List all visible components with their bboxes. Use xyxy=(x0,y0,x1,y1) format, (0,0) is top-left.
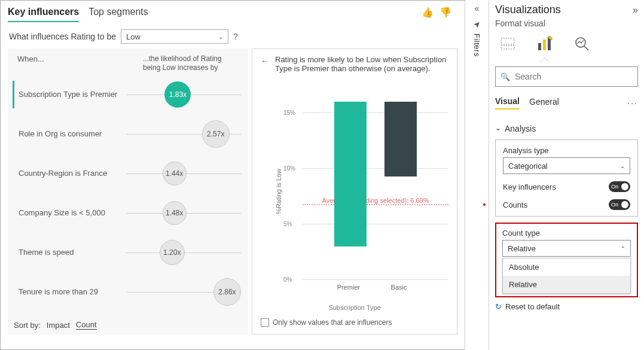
svg-line-6 xyxy=(584,46,588,50)
pane-title: Visualizations xyxy=(495,4,561,16)
count-type-highlight: Count type Relative ⌄ Absolute Relative xyxy=(495,223,638,297)
visual-canvas: Key influencers Top segments 👍 👎 What in… xyxy=(0,0,465,350)
influencers-list: When... ...the likelihood of Rating bein… xyxy=(8,48,248,334)
svg-rect-0 xyxy=(501,45,514,49)
search-input[interactable] xyxy=(514,71,633,82)
y-tick: 0% xyxy=(283,276,292,283)
influence-bubble: 1.83x xyxy=(164,81,191,108)
key-influencers-toggle-label: Key influencers xyxy=(503,182,556,191)
x-tick: Basic xyxy=(381,284,417,291)
y-tick: 5% xyxy=(283,221,292,227)
chevron-down-icon: ⌄ xyxy=(620,163,625,169)
filter-label: What influences Rating to be xyxy=(9,32,116,41)
count-type-select[interactable]: Relative ⌄ xyxy=(502,240,631,257)
influencer-row[interactable]: Subscription Type is Premier1.83x xyxy=(13,75,243,114)
expand-icon[interactable]: ➤ xyxy=(471,18,483,30)
reset-icon: ↻ xyxy=(495,302,502,311)
svg-rect-2 xyxy=(538,43,541,50)
influencer-row[interactable]: Tenure is more than 292.86x xyxy=(13,272,243,312)
key-influencers-toggle[interactable]: On xyxy=(609,181,630,192)
svg-rect-1 xyxy=(501,38,514,44)
collapse-left-icon[interactable]: « xyxy=(475,4,480,13)
change-dot-icon xyxy=(483,203,486,206)
y-tick: 15% xyxy=(283,109,295,116)
tab-general[interactable]: General xyxy=(529,97,559,109)
pane-subtitle: Format visual xyxy=(495,19,638,28)
influencer-label: Theme is speed xyxy=(19,248,126,258)
influencer-label: Subscription Type is Premier xyxy=(19,90,126,100)
bar[interactable] xyxy=(384,102,417,176)
count-type-option-absolute[interactable]: Absolute xyxy=(503,258,630,276)
sort-count[interactable]: Count xyxy=(76,320,97,330)
chart-area: 0%5%10%15%Average (excluding selected): … xyxy=(276,102,448,292)
analysis-type-select[interactable]: Categorical ⌄ xyxy=(503,157,630,174)
influencer-row[interactable]: Role in Org is consumer2.57x xyxy=(13,114,243,154)
expand-right-icon[interactable]: » xyxy=(633,5,638,16)
format-visual-tab[interactable] xyxy=(532,32,557,56)
help-icon[interactable]: ? xyxy=(233,32,238,41)
influence-bubble: 2.86x xyxy=(213,278,241,306)
tab-key-influencers[interactable]: Key influencers xyxy=(8,7,79,22)
chevron-down-icon: ⌄ xyxy=(218,34,223,40)
col-likelihood: ...the likelihood of Rating being Low in… xyxy=(143,54,239,72)
x-tick: Premier xyxy=(331,284,367,291)
count-type-option-relative[interactable]: Relative xyxy=(503,276,630,293)
x-axis-label: Subscription Type xyxy=(252,304,457,311)
influence-bubble: 1.20x xyxy=(160,240,185,265)
reset-to-default[interactable]: ↻ Reset to default xyxy=(495,302,638,311)
filter-value-select[interactable]: Low ⌄ xyxy=(121,29,228,44)
insight-text: Rating is more likely to be Low when Sub… xyxy=(275,55,448,73)
col-when: When... xyxy=(17,54,44,72)
analytics-tab[interactable] xyxy=(569,32,594,56)
influence-bubble: 2.57x xyxy=(202,120,230,148)
count-type-dropdown: Absolute Relative xyxy=(502,258,631,294)
thumbs-up-icon[interactable]: 👍 xyxy=(422,7,434,18)
back-arrow-icon[interactable]: ← xyxy=(261,56,269,66)
thumbs-down-icon[interactable]: 👎 xyxy=(439,7,451,18)
influencer-label: Country-Region is France xyxy=(19,169,126,179)
visualizations-pane: Visualizations » Format visual 🔍 Visual … xyxy=(489,0,644,350)
influencer-label: Company Size is < 5,000 xyxy=(19,208,126,218)
influencer-row[interactable]: Country-Region is France1.44x xyxy=(13,154,243,193)
svg-rect-3 xyxy=(543,39,546,50)
analysis-type-label: Analysis type xyxy=(503,146,630,155)
chevron-up-icon: ⌄ xyxy=(621,245,625,252)
counts-toggle[interactable]: On xyxy=(609,199,630,210)
search-icon: 🔍 xyxy=(500,72,510,81)
more-options-icon[interactable]: ··· xyxy=(627,98,638,108)
influencer-row[interactable]: Theme is speed1.20x xyxy=(13,233,243,272)
section-analysis[interactable]: Analysis xyxy=(495,124,638,133)
search-box[interactable]: 🔍 xyxy=(495,66,638,87)
build-visual-tab[interactable] xyxy=(495,32,520,56)
analysis-card: Analysis type Categorical ⌄ Key influenc… xyxy=(495,139,638,217)
influence-bubble: 1.44x xyxy=(163,162,187,185)
influencer-label: Tenure is more than 29 xyxy=(19,287,126,297)
filter-value: Low xyxy=(126,32,141,41)
only-influencers-checkbox[interactable] xyxy=(261,318,269,327)
bar[interactable] xyxy=(334,102,367,246)
tab-top-segments[interactable]: Top segments xyxy=(88,7,148,22)
sort-impact[interactable]: Impact xyxy=(47,321,70,330)
filters-label[interactable]: Filters xyxy=(472,34,481,57)
insight-chart-panel: ← Rating is more likely to be Low when S… xyxy=(252,48,457,334)
influencer-row[interactable]: Company Size is < 5,0001.48x xyxy=(13,193,243,233)
tab-visual[interactable]: Visual xyxy=(495,96,520,109)
filters-rail: « ➤ Filters xyxy=(465,0,489,350)
count-type-label: Count type xyxy=(502,229,631,238)
only-influencers-label: Only show values that are influencers xyxy=(273,318,392,327)
influence-bubble: 1.48x xyxy=(163,201,187,225)
influencer-label: Role in Org is consumer xyxy=(19,129,126,139)
counts-toggle-label: Counts xyxy=(503,200,527,209)
sort-by-label: Sort by: xyxy=(14,321,41,330)
y-tick: 10% xyxy=(283,165,295,172)
